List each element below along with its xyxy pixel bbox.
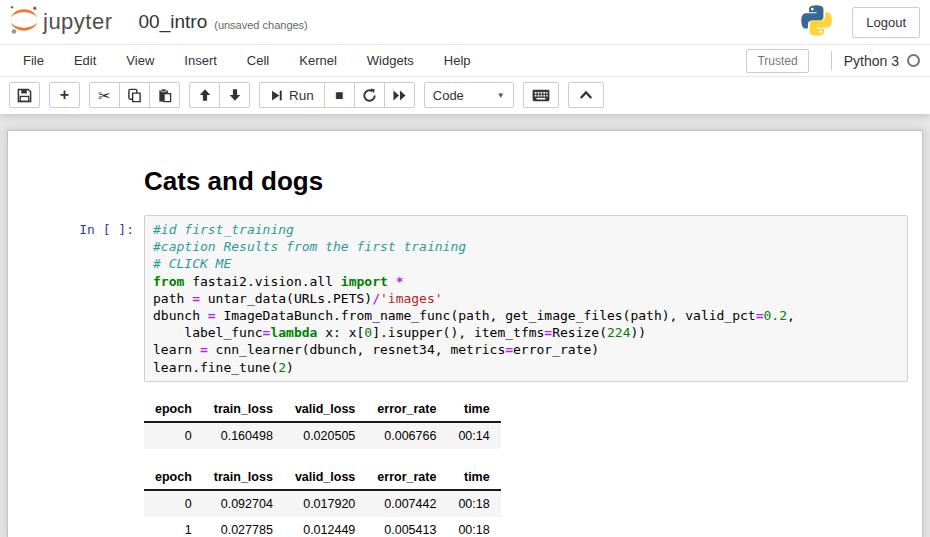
training-results-table: epochtrain_lossvalid_losserror_ratetime0… [144, 397, 501, 449]
menu-bar: FileEditViewInsertCellKernelWidgetsHelp … [0, 44, 930, 77]
code-line: #id first_training [153, 221, 899, 238]
save-icon [17, 88, 32, 103]
toolbar: + ✂ [0, 77, 930, 114]
cut-cell-button[interactable]: ✂ [89, 82, 120, 108]
section-heading: Cats and dogs [144, 166, 908, 197]
table-cell: 0.006766 [366, 422, 447, 449]
menu-item-view[interactable]: View [111, 45, 169, 76]
chevron-up-icon [579, 90, 593, 100]
menu-item-edit[interactable]: Edit [59, 45, 111, 76]
table-cell: 0.017920 [284, 490, 366, 517]
restart-kernel-button[interactable] [354, 82, 385, 108]
fast-forward-icon [392, 89, 407, 102]
command-palette-button[interactable] [523, 82, 559, 108]
menu-item-kernel[interactable]: Kernel [284, 45, 352, 76]
jupyter-logo[interactable]: jupyter [8, 3, 113, 41]
move-cell-down-button[interactable] [219, 82, 250, 108]
menu-item-cell[interactable]: Cell [232, 45, 284, 76]
arrow-down-icon [228, 88, 242, 102]
table-cell: 0 [144, 490, 203, 517]
table-cell: 0.092704 [203, 490, 284, 517]
insert-cell-below-button[interactable]: + [49, 82, 80, 108]
copy-icon [127, 88, 142, 103]
jupyter-logo-icon [8, 3, 40, 41]
table-cell: 0 [144, 422, 203, 449]
refresh-icon [362, 88, 377, 103]
plus-icon: + [60, 87, 69, 103]
code-line: dbunch = ImageDataBunch.from_name_func(p… [153, 307, 899, 324]
logout-button[interactable]: Logout [852, 7, 920, 38]
paste-icon-button paste-cell-button[interactable] [149, 82, 180, 108]
menu-items: FileEditViewInsertCellKernelWidgetsHelp [8, 45, 486, 76]
run-button[interactable]: Run [259, 82, 325, 108]
menu-item-insert[interactable]: Insert [169, 45, 232, 76]
chevron-down-icon: ▼ [497, 91, 505, 100]
code-editor: #id first_training#caption Results from … [153, 221, 899, 376]
table-cell: 0.160498 [203, 422, 284, 449]
save-button[interactable] [9, 82, 40, 108]
code-line: learn.fine_tune(2) [153, 359, 899, 376]
table-cell: 00:18 [447, 490, 500, 517]
table-row: 00.1604980.0205050.00676600:14 [144, 422, 501, 449]
code-line: from fastai2.vision.all import * [153, 273, 899, 290]
copy-cell-button[interactable] [119, 82, 150, 108]
interrupt-kernel-button[interactable]: ■ [324, 82, 355, 108]
step-forward-icon [270, 89, 283, 102]
scissors-icon: ✂ [98, 88, 111, 103]
table-header-train_loss: train_loss [203, 465, 284, 490]
input-prompt: In [ ]: [8, 215, 144, 382]
header-top-row: jupyter 00_intro (unsaved changes) Logou… [0, 0, 930, 44]
table-header-error_rate: error_rate [366, 465, 447, 490]
markdown-cell[interactable]: Cats and dogs [8, 151, 922, 210]
code-line: path = untar_data(URLs.PETS)/'images' [153, 290, 899, 307]
training-results-table: epochtrain_lossvalid_losserror_ratetime0… [144, 465, 501, 537]
notebook-site: Cats and dogs In [ ]: #id first_training… [0, 114, 930, 537]
table-cell: 0.020505 [284, 422, 366, 449]
notebook-header: jupyter 00_intro (unsaved changes) Logou… [0, 0, 930, 114]
notebook-title[interactable]: 00_intro [139, 11, 208, 33]
table-header-train_loss: train_loss [203, 397, 284, 422]
table-cell: 0.012449 [284, 517, 366, 537]
table-cell: 00:18 [447, 517, 500, 537]
run-button-label: Run [289, 88, 314, 103]
checkpoint-status: (unsaved changes) [214, 19, 308, 31]
table-cell: 0.027785 [203, 517, 284, 537]
python-logo-icon [801, 5, 832, 40]
menu-item-widgets[interactable]: Widgets [352, 45, 429, 76]
code-line: #caption Results from the first training [153, 238, 899, 255]
table-header-error_rate: error_rate [366, 397, 447, 422]
move-cell-up-button[interactable] [189, 82, 220, 108]
table-row: 10.0277850.0124490.00541300:18 [144, 517, 501, 537]
code-cell: In [ ]: #id first_training#caption Resul… [8, 210, 922, 387]
kernel-name: Python 3 [844, 53, 899, 69]
cell-type-select[interactable]: Code ▼ [424, 82, 514, 108]
table-cell: 0.005413 [366, 517, 447, 537]
notebook-container: Cats and dogs In [ ]: #id first_training… [7, 130, 923, 537]
jupyter-logo-text: jupyter [43, 9, 113, 35]
stop-icon: ■ [335, 88, 343, 102]
menu-item-help[interactable]: Help [429, 45, 486, 76]
clipboard-icon [157, 88, 172, 103]
table-cell: 1 [144, 517, 203, 537]
menu-divider [831, 51, 832, 70]
code-input-area[interactable]: #id first_training#caption Results from … [144, 215, 908, 382]
table-header-valid_loss: valid_loss [284, 397, 366, 422]
table-header-epoch: epoch [144, 465, 203, 490]
table-header-time: time [447, 397, 500, 422]
table-cell: 00:14 [447, 422, 500, 449]
output-area: epochtrain_lossvalid_losserror_ratetime0… [144, 387, 922, 537]
header-right: Logout [801, 5, 922, 40]
table-header-valid_loss: valid_loss [284, 465, 366, 490]
restart-run-all-button[interactable] [384, 82, 415, 108]
arrow-up-icon [198, 88, 212, 102]
code-line: # CLICK ME [153, 255, 899, 272]
code-line: learn = cnn_learner(dbunch, resnet34, me… [153, 341, 899, 358]
cell-type-value: Code [433, 88, 464, 103]
menu-item-file[interactable]: File [8, 45, 59, 76]
toggle-header-button[interactable] [568, 82, 604, 108]
kernel-idle-icon [907, 54, 920, 67]
trusted-badge[interactable]: Trusted [746, 49, 808, 73]
table-header-time: time [447, 465, 500, 490]
table-row: 00.0927040.0179200.00744200:18 [144, 490, 501, 517]
markdown-cell-prompt [8, 156, 144, 205]
